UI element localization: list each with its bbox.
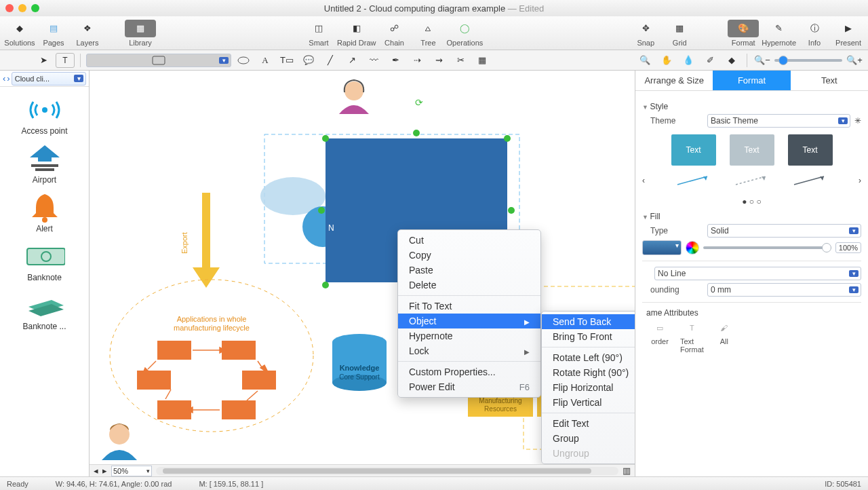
ctx-lock[interactable]: Lock xyxy=(398,343,540,358)
hypernote-button[interactable]: ✎Hypernote xyxy=(762,20,796,47)
text-tool[interactable]: T xyxy=(56,53,75,68)
dropper-tool[interactable]: 💧 xyxy=(679,53,698,68)
zoom-tool[interactable]: 🔍 xyxy=(635,53,654,68)
ctx-fit[interactable]: Fit To Text xyxy=(398,299,540,314)
ellipse-shape[interactable] xyxy=(234,53,253,68)
eraser-tool[interactable]: ◆ xyxy=(722,53,741,68)
connector2-tool[interactable]: ⇝ xyxy=(429,53,448,68)
grid-button[interactable]: ▦Grid xyxy=(664,20,695,47)
style-thumb-1[interactable]: Text xyxy=(671,134,716,166)
rounding-label: ounding xyxy=(642,285,703,295)
lib-airport[interactable]: Airport xyxy=(0,143,89,185)
svg-rect-19 xyxy=(222,341,256,360)
hscrollbar[interactable] xyxy=(156,467,618,475)
solutions-button[interactable]: ◆Solutions xyxy=(4,20,35,47)
lib-back[interactable]: ‹ xyxy=(3,73,5,83)
style-thumb-2[interactable]: Text xyxy=(730,134,774,166)
svg-point-51 xyxy=(508,207,515,214)
svg-rect-7 xyxy=(27,248,65,265)
airport-icon xyxy=(24,143,65,175)
context-menu: Cut Copy Paste Delete Fit To Text Object… xyxy=(397,229,541,398)
banknote-stack-icon xyxy=(24,289,65,322)
curve-tool[interactable]: 〰 xyxy=(364,53,383,68)
table-tool[interactable]: ▦ xyxy=(473,53,492,68)
present-button[interactable]: ▶Present xyxy=(833,20,864,47)
fill-color[interactable] xyxy=(642,240,682,255)
textbox-shape[interactable]: T▭ xyxy=(277,53,296,68)
apply-border[interactable]: ▭order xyxy=(650,320,669,354)
format-button[interactable]: 🎨Format xyxy=(728,20,759,47)
callout-shape[interactable]: 💬 xyxy=(299,53,318,68)
eyedrop-tool[interactable]: ✐ xyxy=(701,53,719,68)
smart-button[interactable]: ◫Smart xyxy=(303,20,334,47)
pointer-tool[interactable]: ➤ xyxy=(34,53,53,68)
style-next[interactable]: › xyxy=(859,176,861,185)
ctx-object[interactable]: Object xyxy=(398,314,540,328)
arrow-tool[interactable]: ↗ xyxy=(342,53,361,68)
style-section[interactable]: Style xyxy=(642,102,861,111)
page-widget-icon[interactable]: ▥ xyxy=(623,466,631,476)
tab-format[interactable]: Format xyxy=(713,71,790,90)
fill-type-select[interactable]: Solid xyxy=(707,224,861,238)
opacity-slider[interactable] xyxy=(703,246,831,249)
lib-alert[interactable]: Alert xyxy=(0,191,89,233)
lib-access-point[interactable]: Access point xyxy=(0,94,89,136)
layers-button[interactable]: ❖Layers xyxy=(72,20,103,47)
arrow-style-2[interactable] xyxy=(730,168,774,193)
theme-select[interactable]: Basic Theme xyxy=(707,114,850,128)
line-select[interactable]: No Line xyxy=(654,267,861,280)
ctx-paste[interactable]: Paste xyxy=(398,263,540,278)
status-bar: Ready W: 94.46, H: 74.61, Angle: 0.00 ra… xyxy=(0,476,868,490)
pages-button[interactable]: ▤Pages xyxy=(38,20,69,47)
operations-button[interactable]: ◯Operations xyxy=(446,20,483,47)
chain-button[interactable]: ☍Chain xyxy=(378,20,410,47)
zoom-minus[interactable]: 🔍− xyxy=(753,53,772,68)
arrow-style-1[interactable] xyxy=(671,168,716,193)
canvas-step-right[interactable]: ▸ xyxy=(102,466,107,476)
apply-all[interactable]: 🖌All xyxy=(715,320,734,354)
fill-type-label: Type xyxy=(642,226,703,235)
style-thumb-3[interactable]: Text xyxy=(788,134,833,166)
info-button[interactable]: ⓘInfo xyxy=(799,20,830,47)
opacity-value[interactable]: 100% xyxy=(835,242,861,253)
zoom-select[interactable]: 50% xyxy=(111,466,152,476)
ctx-hypernote[interactable]: Hypernote xyxy=(398,328,540,343)
ctx-delete[interactable]: Delete xyxy=(398,278,540,293)
svg-line-59 xyxy=(794,176,824,185)
connector1-tool[interactable]: ⇢ xyxy=(408,53,427,68)
canvas-step-left[interactable]: ◂ xyxy=(94,466,98,476)
rectangle-shape[interactable] xyxy=(86,54,231,67)
canvas-bottom-bar: ◂ ▸ 50% ▥ xyxy=(90,464,635,476)
ctx-cut[interactable]: Cut xyxy=(398,233,540,248)
snap-button[interactable]: ✥Snap xyxy=(630,20,661,47)
library-select[interactable]: Cloud cli... xyxy=(12,72,86,86)
rounding-select[interactable]: 0 mm xyxy=(707,283,861,297)
svg-text:manufacturing lifecycle: manufacturing lifecycle xyxy=(174,324,250,332)
lib-banknote2[interactable]: Banknote ... xyxy=(0,289,89,331)
hand-tool[interactable]: ✋ xyxy=(657,53,676,68)
tree-button[interactable]: 🜂Tree xyxy=(412,20,443,47)
fill-section[interactable]: Fill xyxy=(642,212,861,221)
theme-settings-icon[interactable]: ✳ xyxy=(854,116,861,126)
ctx-copy[interactable]: Copy xyxy=(398,248,540,263)
lib-fwd[interactable]: › xyxy=(7,73,9,83)
theme-label: Theme xyxy=(642,116,703,126)
arrow-style-3[interactable] xyxy=(788,168,833,193)
library-button[interactable]: ▦Library xyxy=(125,20,156,47)
ctx-poweredit[interactable]: Power EditF6 xyxy=(398,379,540,394)
ctx-custom[interactable]: Custom Properties... xyxy=(398,364,540,379)
lib-banknote[interactable]: Banknote xyxy=(0,240,89,282)
rapiddraw-button[interactable]: ◧Rapid Draw xyxy=(337,20,376,47)
line-tool[interactable]: ╱ xyxy=(321,53,340,68)
zoom-plus[interactable]: 🔍+ xyxy=(845,53,864,68)
apply-textformat[interactable]: TTextFormat xyxy=(680,320,704,354)
pen-tool[interactable]: ✒ xyxy=(386,53,405,68)
text-shape[interactable]: A xyxy=(256,53,275,68)
fill-colorwheel[interactable] xyxy=(686,241,699,255)
tab-arrange[interactable]: Arrange & Size xyxy=(635,71,713,90)
tab-text[interactable]: Text xyxy=(791,71,868,90)
zoom-slider[interactable] xyxy=(774,59,842,62)
connector3-tool[interactable]: ✂ xyxy=(451,53,470,68)
lib-label: Access point xyxy=(21,126,67,136)
style-prev[interactable]: ‹ xyxy=(642,176,645,185)
